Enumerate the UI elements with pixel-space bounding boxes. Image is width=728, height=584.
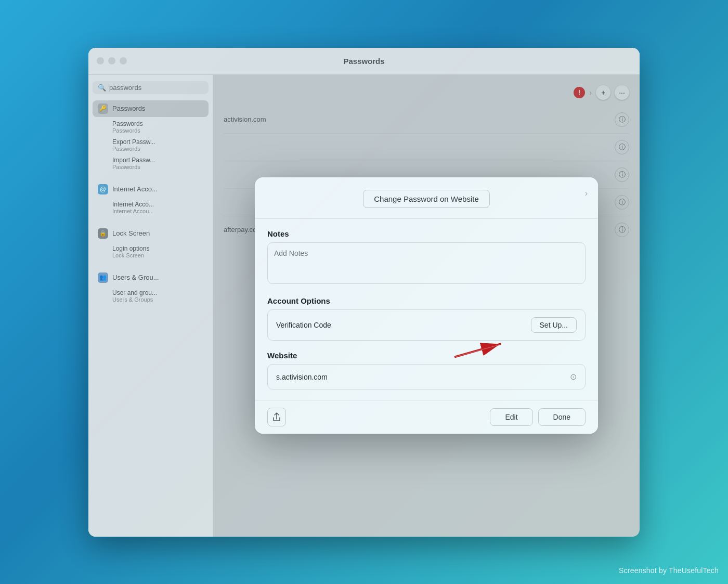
window-title: Passwords — [343, 57, 384, 66]
share-button[interactable] — [267, 408, 286, 426]
users-groups-icon: 👥 — [98, 272, 108, 283]
sidebar-sublabel-passwords: Passwords — [112, 127, 143, 134]
sidebar-item-login-options[interactable]: Login options Lock Screen — [93, 243, 209, 261]
modal-footer: Edit Done — [255, 400, 598, 434]
sidebar-item-passwords[interactable]: 🔑 Passwords — [93, 100, 209, 117]
sidebar-item-passwords-sub[interactable]: Passwords Passwords — [93, 118, 209, 136]
search-input-value: passwords — [109, 84, 141, 92]
modal-dialog: Change Password on Website › Notes Accou… — [255, 177, 598, 434]
sidebar-item-internet-accounts[interactable]: @ Internet Acco... — [93, 181, 209, 198]
verification-code-row: Verification Code Set Up... — [267, 309, 586, 341]
website-section: Website s.activision.com ⊙ — [267, 351, 586, 390]
maximize-button[interactable] — [120, 57, 127, 64]
sidebar-label-lock-screen: Lock Screen — [112, 229, 150, 237]
modal-top-section: Change Password on Website › — [255, 177, 598, 219]
sidebar-label-export: Export Passw... — [112, 138, 155, 146]
sidebar-item-import-passwords[interactable]: Import Passw... Passwords — [93, 154, 209, 172]
change-password-button[interactable]: Change Password on Website — [363, 190, 490, 208]
website-value-row: s.activision.com ⊙ — [267, 364, 586, 390]
sidebar-sublabel-import: Passwords — [112, 164, 155, 170]
minimize-button[interactable] — [108, 57, 115, 64]
account-options-title: Account Options — [267, 296, 586, 305]
website-url: s.activision.com — [276, 373, 328, 381]
sidebar-label-users-groups: Users & Grou... — [112, 274, 159, 281]
sidebar-sublabel-internet-accounts: Internet Accou... — [112, 208, 154, 214]
website-title: Website — [267, 351, 586, 360]
close-button[interactable] — [97, 57, 104, 64]
done-button[interactable]: Done — [538, 408, 586, 426]
modal-overlay: Change Password on Website › Notes Accou… — [213, 75, 640, 537]
compass-icon[interactable]: ⊙ — [570, 372, 577, 382]
modal-chevron: › — [585, 189, 588, 198]
watermark: Screenshot by TheUsefulTech — [619, 566, 719, 575]
setup-button[interactable]: Set Up... — [531, 317, 577, 333]
title-bar: Passwords — [88, 48, 640, 75]
mac-window: Passwords 🔍 passwords 🔑 Passwords Passwo… — [88, 48, 640, 537]
sidebar: 🔍 passwords 🔑 Passwords Passwords Passwo… — [88, 75, 213, 537]
sidebar-label-passwords: Passwords — [112, 105, 146, 112]
passwords-icon: 🔑 — [98, 103, 108, 114]
notes-textarea[interactable] — [267, 242, 586, 284]
edit-button[interactable]: Edit — [490, 408, 532, 426]
sidebar-label-login-options: Login options — [112, 245, 149, 252]
main-content: ! › + ··· activision.com ⓘ ⓘ ⓘ ⓘ — [213, 75, 640, 537]
sidebar-sublabel-internet-accounts-label: Internet Acco... — [112, 201, 154, 208]
account-options-section: Account Options Verification Code Set Up… — [267, 296, 586, 341]
verification-code-label: Verification Code — [276, 321, 331, 329]
internet-accounts-icon: @ — [98, 184, 108, 194]
sidebar-sublabel-login-options: Lock Screen — [112, 252, 149, 258]
notes-title: Notes — [267, 229, 586, 238]
sidebar-item-user-group[interactable]: User and grou... Users & Groups — [93, 287, 209, 305]
search-box[interactable]: 🔍 passwords — [93, 81, 209, 94]
footer-buttons: Edit Done — [490, 408, 586, 426]
search-icon: 🔍 — [98, 84, 106, 92]
sidebar-label-internet-accounts: Internet Acco... — [112, 185, 158, 193]
sidebar-item-export-passwords[interactable]: Export Passw... Passwords — [93, 136, 209, 154]
notes-section: Notes — [267, 229, 586, 286]
sidebar-item-lock-screen[interactable]: 🔒 Lock Screen — [93, 225, 209, 242]
sidebar-label-import: Import Passw... — [112, 157, 155, 164]
lock-screen-icon: 🔒 — [98, 228, 108, 239]
sidebar-item-internet-accounts-sub[interactable]: Internet Acco... Internet Accou... — [93, 199, 209, 216]
sidebar-sublabel-user-group: Users & Groups — [112, 296, 157, 303]
share-icon — [272, 412, 281, 422]
traffic-lights — [97, 57, 127, 64]
modal-body: Notes Account Options Verification Code … — [255, 219, 598, 400]
sidebar-label-user-group: User and grou... — [112, 289, 157, 296]
sidebar-label-passwords-passwords: Passwords — [112, 120, 143, 127]
sidebar-sublabel-export: Passwords — [112, 146, 155, 152]
sidebar-item-users-groups[interactable]: 👥 Users & Grou... — [93, 269, 209, 286]
